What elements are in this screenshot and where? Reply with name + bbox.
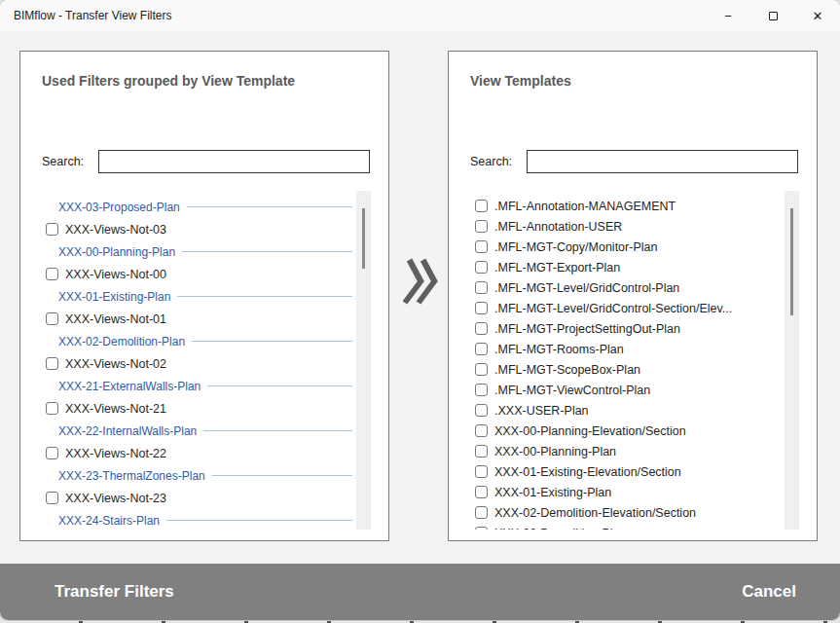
checkbox-item-label: XXX-Views-Not-22 xyxy=(65,447,166,460)
group-separator-line xyxy=(187,206,352,207)
checkbox-list-item[interactable]: .MFL-Annotation-MANAGEMENT xyxy=(457,196,785,216)
checkbox-list-item[interactable]: XXX-02-Demolition-Plan xyxy=(457,523,785,530)
checkbox-item-label: XXX-00-Planning-Elevation/Section xyxy=(494,424,686,438)
group-header-label: XXX-24-Stairs-Plan xyxy=(58,514,160,528)
used-filters-search-input[interactable] xyxy=(98,150,370,173)
checkbox-item-label: XXX-Views-Not-03 xyxy=(65,223,166,237)
transfer-direction-chevron-icon xyxy=(403,256,438,307)
checkbox-list-item[interactable]: XXX-Views-Not-01 xyxy=(29,308,356,330)
checkbox-icon[interactable] xyxy=(475,302,488,314)
checkbox-icon[interactable] xyxy=(46,402,58,415)
filter-group-row: XXX-00-Planning-Plan xyxy=(29,240,356,263)
checkbox-icon[interactable] xyxy=(475,220,488,233)
used-filters-search-row: Search: xyxy=(42,150,370,173)
search-label: Search: xyxy=(42,155,98,168)
view-templates-scrollbar[interactable] xyxy=(785,191,799,530)
checkbox-item-label: XXX-02-Demolition-Elevation/Section xyxy=(494,506,696,520)
checkbox-icon[interactable] xyxy=(475,486,488,498)
view-templates-panel-title: View Templates xyxy=(470,73,571,89)
checkbox-item-label: XXX-Views-Not-23 xyxy=(65,492,166,505)
footer-bar: Transfer Filters Cancel xyxy=(0,564,840,620)
checkbox-icon[interactable] xyxy=(475,384,488,396)
checkbox-list-item[interactable]: .MFL-MGT-Level/GridControl-Section/Elev.… xyxy=(457,298,785,318)
used-filters-panel: Used Filters grouped by View Template Se… xyxy=(19,51,389,541)
filter-group-row: XXX-24-Stairs-Plan xyxy=(29,509,356,530)
group-separator-line xyxy=(182,251,352,252)
checkbox-list-item[interactable]: .MFL-MGT-ViewControl-Plan xyxy=(457,380,785,400)
checkbox-item-label: .XXX-USER-Plan xyxy=(494,404,589,418)
checkbox-item-label: .MFL-MGT-Level/GridControl-Plan xyxy=(494,281,679,295)
transfer-filters-button[interactable]: Transfer Filters xyxy=(55,582,174,602)
checkbox-icon[interactable] xyxy=(475,445,488,458)
checkbox-item-label: XXX-Views-Not-00 xyxy=(65,268,166,281)
checkbox-list-item[interactable]: .MFL-MGT-Level/GridControl-Plan xyxy=(457,277,785,298)
checkbox-icon[interactable] xyxy=(46,357,58,370)
close-button[interactable]: ✕ xyxy=(795,0,840,31)
checkbox-icon[interactable] xyxy=(475,465,488,478)
minimize-button[interactable]: − xyxy=(706,0,750,31)
checkbox-icon[interactable] xyxy=(475,506,488,519)
checkbox-icon[interactable] xyxy=(475,527,488,530)
search-label: Search: xyxy=(470,155,527,168)
checkbox-icon[interactable] xyxy=(475,424,488,437)
checkbox-list-item[interactable]: .XXX-USER-Plan xyxy=(457,400,785,421)
checkbox-list-item[interactable]: XXX-Views-Not-23 xyxy=(29,487,356,509)
view-templates-list: .MFL-Annotation-MANAGEMENT .MFL-Annotati… xyxy=(457,191,785,530)
view-templates-panel: View Templates Search: .MFL-Annotation-M… xyxy=(448,51,818,541)
checkbox-item-label: .MFL-MGT-Export-Plan xyxy=(494,261,620,275)
checkbox-list-item[interactable]: .MFL-Annotation-USER xyxy=(457,216,785,237)
checkbox-icon[interactable] xyxy=(475,261,488,274)
checkbox-list-item[interactable]: .MFL-MGT-ScopeBox-Plan xyxy=(457,359,785,380)
checkbox-item-label: .MFL-MGT-ViewControl-Plan xyxy=(494,384,650,397)
checkbox-icon[interactable] xyxy=(475,322,488,335)
checkbox-icon[interactable] xyxy=(475,281,488,294)
checkbox-icon[interactable] xyxy=(46,447,58,459)
view-templates-search-input[interactable] xyxy=(527,150,798,173)
checkbox-icon[interactable] xyxy=(475,343,488,355)
checkbox-icon[interactable] xyxy=(475,240,488,253)
checkbox-icon[interactable] xyxy=(475,404,488,417)
group-separator-line xyxy=(177,296,352,297)
checkbox-list-item[interactable]: XXX-00-Planning-Elevation/Section xyxy=(457,421,785,441)
used-filters-panel-title: Used Filters grouped by View Template xyxy=(42,73,295,89)
transfer-view-filters-dialog: BIMflow - Transfer View Filters − ✕ Used… xyxy=(0,0,840,620)
checkbox-list-item[interactable]: XXX-01-Existing-Elevation/Section xyxy=(457,461,785,482)
checkbox-icon[interactable] xyxy=(46,268,58,280)
checkbox-item-label: .MFL-Annotation-MANAGEMENT xyxy=(494,200,676,213)
view-templates-search-row: Search: xyxy=(470,150,798,173)
group-header-label: XXX-23-ThermalZones-Plan xyxy=(58,469,205,483)
checkbox-list-item[interactable]: XXX-Views-Not-00 xyxy=(29,263,356,285)
checkbox-list-item[interactable]: XXX-01-Existing-Plan xyxy=(457,482,785,502)
checkbox-icon[interactable] xyxy=(46,223,58,236)
checkbox-list-item[interactable]: XXX-Views-Not-03 xyxy=(29,218,356,240)
checkbox-item-label: .MFL-MGT-Copy/Monitor-Plan xyxy=(494,240,657,254)
maximize-button[interactable] xyxy=(750,0,795,31)
checkbox-list-item[interactable]: XXX-Views-Not-02 xyxy=(29,352,356,375)
checkbox-list-item[interactable]: XXX-00-Planning-Plan xyxy=(457,441,785,461)
checkbox-item-label: XXX-02-Demolition-Plan xyxy=(494,527,626,531)
checkbox-icon[interactable] xyxy=(46,312,58,325)
checkbox-list-item[interactable]: .MFL-MGT-ProjectSettingOut-Plan xyxy=(457,318,785,339)
checkbox-icon[interactable] xyxy=(475,363,488,376)
checkbox-list-item[interactable]: .MFL-MGT-Copy/Monitor-Plan xyxy=(457,237,785,257)
scrollbar-thumb[interactable] xyxy=(790,208,793,315)
group-separator-line xyxy=(207,385,352,386)
checkbox-list-item[interactable]: .MFL-MGT-Rooms-Plan xyxy=(457,339,785,359)
checkbox-list-item[interactable]: XXX-Views-Not-22 xyxy=(29,442,356,464)
filter-group-row: XXX-03-Proposed-Plan xyxy=(29,196,356,218)
checkbox-icon[interactable] xyxy=(475,200,488,212)
screen: BIMflow - Transfer View Filters − ✕ Used… xyxy=(0,0,840,623)
checkbox-list-item[interactable]: .MFL-MGT-Export-Plan xyxy=(457,257,785,277)
cancel-button[interactable]: Cancel xyxy=(742,582,796,602)
checkbox-list-item[interactable]: XXX-02-Demolition-Elevation/Section xyxy=(457,502,785,523)
scrollbar-thumb[interactable] xyxy=(362,208,365,269)
group-header-label: XXX-02-Demolition-Plan xyxy=(58,335,185,348)
group-header-label: XXX-21-ExternalWalls-Plan xyxy=(58,380,201,393)
checkbox-item-label: XXX-Views-Not-21 xyxy=(65,402,166,416)
used-filters-scrollbar[interactable] xyxy=(356,191,371,530)
filter-group-row: XXX-02-Demolition-Plan xyxy=(29,330,356,352)
checkbox-list-item[interactable]: XXX-Views-Not-21 xyxy=(29,397,356,420)
group-header-label: XXX-22-InternalWalls-Plan xyxy=(58,424,197,438)
filter-group-row: XXX-23-ThermalZones-Plan xyxy=(29,464,356,487)
checkbox-icon[interactable] xyxy=(46,492,58,504)
